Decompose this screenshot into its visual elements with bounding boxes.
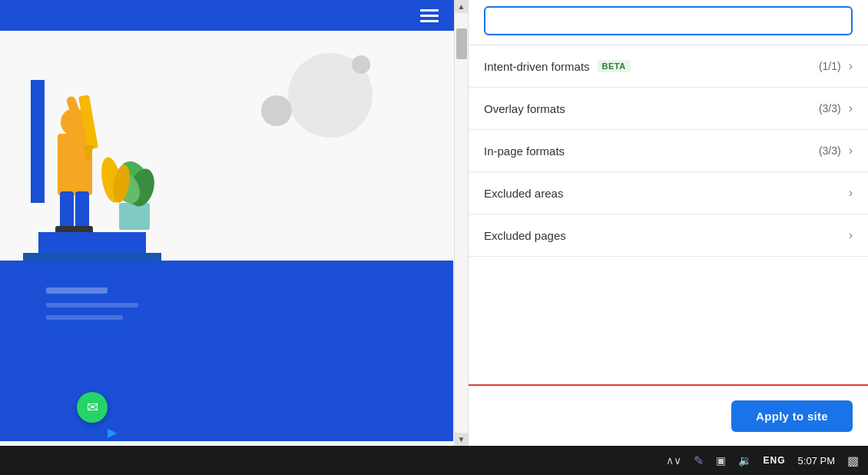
taskbar-time: 5:07 PM bbox=[798, 455, 835, 467]
scrollbar-thumb[interactable] bbox=[456, 28, 467, 59]
settings-item-overlay-formats[interactable]: Overlay formats (3/3) › bbox=[469, 88, 868, 130]
settings-item-right-1: (1/1) › bbox=[819, 59, 853, 73]
settings-item-right-2: (3/3) › bbox=[819, 101, 853, 115]
right-panel: Intent-driven formats BETA (1/1) › Overl… bbox=[469, 0, 868, 446]
svg-point-3 bbox=[352, 55, 370, 74]
settings-list: Intent-driven formats BETA (1/1) › Overl… bbox=[469, 45, 868, 385]
apply-to-site-button[interactable]: Apply to site bbox=[731, 400, 853, 432]
website-preview: ✉ ▶ bbox=[0, 0, 454, 446]
svg-rect-9 bbox=[75, 191, 89, 230]
preview-header bbox=[0, 0, 454, 31]
bottom-action-bar: Apply to site bbox=[469, 385, 868, 446]
settings-count-1: (1/1) bbox=[819, 60, 841, 72]
settings-item-excluded-areas[interactable]: Excluded areas › bbox=[469, 172, 868, 214]
scroll-down-arrow[interactable]: ▼ bbox=[455, 433, 469, 446]
svg-rect-24 bbox=[46, 303, 138, 307]
settings-item-label-4: Excluded areas bbox=[484, 187, 563, 200]
taskbar: ∧∨ ✎ ▣ 🔉 ENG 5:07 PM ▩ bbox=[0, 446, 868, 475]
scroll-up-arrow[interactable]: ▲ bbox=[455, 0, 469, 13]
hamburger-line-3 bbox=[420, 20, 439, 22]
settings-item-left-4: Excluded areas bbox=[484, 187, 563, 200]
settings-item-intent-driven-formats[interactable]: Intent-driven formats BETA (1/1) › bbox=[469, 45, 868, 88]
search-input[interactable] bbox=[484, 6, 853, 35]
taskbar-message-icon: ▩ bbox=[847, 453, 859, 468]
svg-rect-14 bbox=[38, 232, 146, 255]
svg-rect-16 bbox=[119, 203, 150, 230]
svg-rect-4 bbox=[31, 80, 45, 203]
svg-rect-8 bbox=[60, 191, 74, 230]
chevron-icon-3: › bbox=[849, 144, 853, 158]
settings-item-right-4: › bbox=[849, 186, 853, 200]
svg-rect-23 bbox=[46, 287, 108, 294]
hamburger-line-2 bbox=[420, 15, 439, 17]
chevron-icon-5: › bbox=[849, 228, 853, 242]
svg-point-2 bbox=[261, 95, 292, 126]
settings-item-in-page-formats[interactable]: In-page formats (3/3) › bbox=[469, 130, 868, 172]
settings-item-left-2: Overlay formats bbox=[484, 102, 565, 115]
hamburger-menu bbox=[420, 9, 439, 23]
taskbar-volume-icon: 🔉 bbox=[738, 454, 751, 467]
chevron-icon-2: › bbox=[849, 101, 853, 115]
illustration-svg bbox=[0, 29, 453, 446]
taskbar-language: ENG bbox=[764, 455, 786, 466]
whatsapp-button[interactable]: ✉ bbox=[77, 392, 108, 423]
settings-item-left-1: Intent-driven formats BETA bbox=[484, 60, 631, 73]
chevron-icon-4: › bbox=[849, 186, 853, 200]
main-content: ✉ ▶ ▲ ▼ Intent-driven formats bbox=[0, 0, 868, 446]
top-input-area bbox=[469, 0, 868, 45]
settings-item-label-3: In-page formats bbox=[484, 144, 565, 158]
preview-scrollbar[interactable]: ▲ ▼ bbox=[454, 0, 468, 446]
settings-count-2: (3/3) bbox=[819, 102, 841, 115]
beta-badge: BETA bbox=[598, 60, 631, 72]
settings-item-label-2: Overlay formats bbox=[484, 102, 565, 115]
settings-item-label-5: Excluded pages bbox=[484, 229, 566, 242]
settings-item-label-1: Intent-driven formats bbox=[484, 60, 590, 73]
scrollbar-track bbox=[455, 13, 468, 433]
taskbar-display-icon: ▣ bbox=[716, 454, 726, 467]
taskbar-feather-icon: ✎ bbox=[694, 453, 704, 468]
settings-item-left-5: Excluded pages bbox=[484, 229, 566, 242]
settings-item-excluded-pages[interactable]: Excluded pages › bbox=[469, 214, 868, 257]
hamburger-line-1 bbox=[420, 9, 439, 12]
chevron-icon-1: › bbox=[849, 59, 853, 73]
taskbar-arrows: ∧∨ bbox=[666, 454, 681, 467]
play-icon[interactable]: ▶ bbox=[108, 425, 117, 440]
svg-rect-25 bbox=[46, 315, 123, 320]
settings-item-right-3: (3/3) › bbox=[819, 144, 853, 158]
settings-item-right-5: › bbox=[849, 228, 853, 242]
left-panel: ✉ ▶ ▲ ▼ bbox=[0, 0, 469, 446]
settings-item-left-3: In-page formats bbox=[484, 144, 565, 158]
settings-count-3: (3/3) bbox=[819, 144, 841, 157]
